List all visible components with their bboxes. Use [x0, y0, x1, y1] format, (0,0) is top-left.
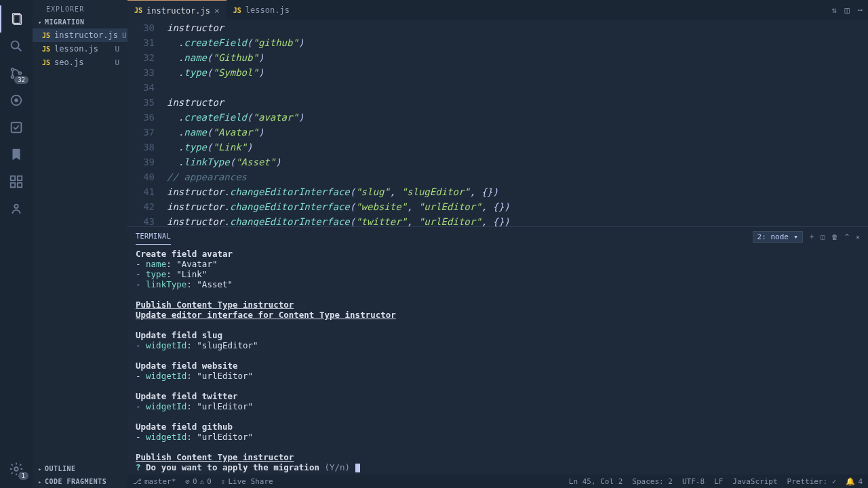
status-eol[interactable]: LF	[714, 477, 723, 486]
bookmark-icon[interactable]	[0, 141, 33, 168]
terminal-line	[136, 411, 860, 422]
js-file-icon: JS	[233, 7, 241, 14]
terminal-line: - widgetId: "slugEditor"	[136, 340, 860, 350]
search-icon[interactable]	[0, 33, 33, 60]
extensions-icon[interactable]	[0, 168, 33, 195]
terminal-line: Update field website	[136, 361, 860, 371]
sidebar-title: EXPLORER	[33, 0, 127, 16]
code-area[interactable]: instructor .createField("github") .name(…	[167, 20, 868, 226]
settings-icon[interactable]: 1	[0, 455, 33, 483]
svg-line-3	[18, 48, 22, 52]
chevron-down-icon: ▾	[38, 19, 42, 26]
code-line: .type("Symbol")	[167, 65, 868, 80]
terminal-line: - widgetId: "urlEditor"	[136, 401, 860, 411]
editor[interactable]: 3031323334353637383940414243 instructor …	[127, 20, 868, 226]
main: JSinstructor.js×JSlesson.js ⇅ ◫ ⋯ 303132…	[127, 0, 868, 488]
chevron-right-icon: ▸	[38, 466, 42, 472]
status-liveshare[interactable]: ⇪ Live Share	[221, 477, 273, 486]
section-code-fragments[interactable]: ▸ CODE FRAGMENTS	[33, 475, 127, 488]
code-line: instructor.changeEditorInterface("twitte…	[167, 214, 868, 226]
svg-point-15	[14, 467, 18, 471]
terminal-body[interactable]: Create field avatar - name: "Avatar" - t…	[127, 246, 868, 474]
code-line: instructor.changeEditorInterface("slug",…	[167, 184, 868, 199]
section-migration[interactable]: ▾ MIGRATION	[33, 16, 127, 28]
split-terminal-icon[interactable]: ◫	[821, 233, 825, 241]
file-item[interactable]: JSseo.jsU	[33, 56, 127, 69]
code-line: .type("Link")	[167, 140, 868, 155]
svg-rect-11	[18, 176, 22, 180]
svg-rect-12	[11, 183, 15, 187]
code-line: .name("Avatar")	[167, 125, 868, 140]
js-file-icon: JS	[42, 32, 50, 39]
status-prettier[interactable]: Prettier: ✓	[787, 477, 837, 486]
code-line: .createField("github")	[167, 35, 868, 50]
source-control-icon[interactable]: 32	[0, 60, 33, 87]
tab-actions: ⇅ ◫ ⋯	[831, 5, 868, 15]
status-encoding[interactable]: UTF-8	[682, 477, 705, 486]
settings-badge: 1	[18, 472, 28, 480]
terminal-line	[136, 381, 860, 391]
js-file-icon: JS	[42, 59, 50, 66]
terminal-line: Create field avatar	[136, 249, 860, 259]
terminal-line: Update field slug	[136, 330, 860, 340]
status-problems[interactable]: ⊘ 0 ⚠ 0	[185, 477, 212, 486]
activity-bar: 32 1	[0, 0, 33, 488]
svg-rect-9	[12, 123, 22, 133]
terminal-line: - widgetId: "urlEditor"	[136, 371, 860, 381]
file-item[interactable]: JSlesson.jsU	[33, 42, 127, 56]
debug-icon[interactable]	[0, 87, 33, 114]
close-panel-icon[interactable]: ✕	[856, 233, 860, 241]
code-line	[167, 80, 868, 95]
svg-rect-13	[18, 183, 22, 187]
section-outline[interactable]: ▸ OUTLINE	[33, 462, 127, 475]
chevron-right-icon: ▸	[38, 479, 42, 485]
todo-icon[interactable]	[0, 114, 33, 141]
terminal-line: Update editor interface for Content Type…	[136, 310, 860, 320]
file-item[interactable]: JSinstructor.jsU	[33, 28, 127, 42]
sidebar: EXPLORER ▾ MIGRATION JSinstructor.jsUJSl…	[33, 0, 127, 488]
code-line: instructor.changeEditorInterface("websit…	[167, 199, 868, 214]
panel-header: TERMINAL 2: node + ◫ 🗑 ^ ✕	[127, 227, 868, 246]
kill-terminal-icon[interactable]: 🗑	[831, 233, 838, 241]
terminal-selector[interactable]: 2: node	[753, 231, 803, 243]
close-tab-icon[interactable]: ×	[214, 5, 220, 16]
scm-badge: 32	[14, 76, 28, 84]
split-icon[interactable]: ◫	[845, 5, 850, 15]
compare-icon[interactable]: ⇅	[831, 5, 836, 15]
svg-point-8	[15, 99, 18, 102]
status-position[interactable]: Ln 45, Col 2	[569, 477, 623, 486]
status-bell[interactable]: 🔔 4	[846, 477, 863, 486]
explorer-icon[interactable]	[0, 5, 33, 33]
svg-point-14	[14, 205, 18, 209]
file-list: JSinstructor.jsUJSlesson.jsUJSseo.jsU	[33, 28, 127, 69]
terminal-line: Update field github	[136, 422, 860, 432]
terminal-line: - linkType: "Asset"	[136, 279, 860, 289]
terminal-line: - widgetId: "urlEditor"	[136, 432, 860, 442]
terminal-line: - name: "Avatar"	[136, 259, 860, 269]
tab[interactable]: JSlesson.js	[226, 0, 296, 20]
svg-point-5	[12, 76, 14, 79]
status-lang[interactable]: JavaScript	[732, 477, 777, 486]
terminal-line: Publish Content Type instructor	[136, 452, 860, 462]
new-terminal-icon[interactable]: +	[810, 233, 814, 241]
liveshare-icon[interactable]	[0, 195, 33, 222]
code-line: instructor	[167, 20, 868, 35]
terminal-line: Publish Content Type instructor	[136, 300, 860, 310]
terminal-tab[interactable]: TERMINAL	[136, 228, 171, 245]
terminal-line	[136, 442, 860, 452]
code-line: .createField("avatar")	[167, 110, 868, 125]
terminal-line: - type: "Link"	[136, 269, 860, 279]
status-spaces[interactable]: Spaces: 2	[632, 477, 673, 486]
tab-bar: JSinstructor.js×JSlesson.js ⇅ ◫ ⋯	[127, 0, 868, 20]
js-file-icon: JS	[134, 7, 142, 14]
maximize-icon[interactable]: ^	[845, 233, 849, 241]
svg-point-2	[12, 41, 19, 49]
gutter: 3031323334353637383940414243	[127, 20, 167, 226]
status-branch[interactable]: ⎇ master*	[133, 477, 176, 486]
more-icon[interactable]: ⋯	[858, 5, 863, 15]
tab[interactable]: JSinstructor.js×	[127, 0, 226, 20]
code-line: // appearances	[167, 169, 868, 184]
js-file-icon: JS	[42, 45, 50, 53]
terminal-line: Update field twitter	[136, 391, 860, 401]
status-bar: ⎇ master* ⊘ 0 ⚠ 0 ⇪ Live Share Ln 45, Co…	[127, 474, 868, 488]
